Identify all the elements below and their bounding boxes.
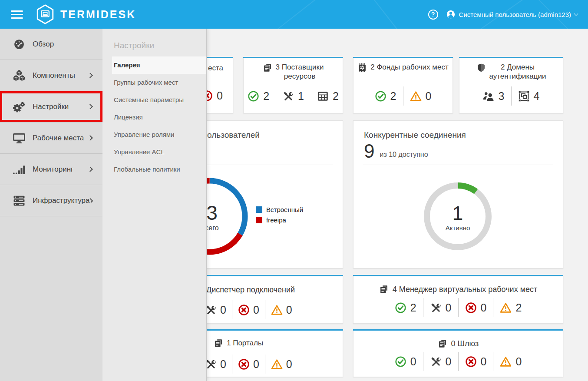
sidebar-item-label: Рабочие места (33, 134, 84, 142)
sidebar-item-label: Компоненты (33, 71, 75, 80)
dashboard-gauge-icon (13, 39, 26, 50)
card-title: 2 Домены аутентификации (489, 63, 546, 81)
check-circle-icon (395, 302, 406, 314)
shield-icon (476, 63, 486, 73)
stat-warnings: 2 (493, 301, 528, 314)
submenu-item-role-management[interactable]: Управление ролями (102, 126, 206, 143)
submenu-item-system-parameters[interactable]: Системные параметры (102, 91, 206, 109)
stat-maintenance: 1 (276, 90, 311, 103)
tools-icon (430, 302, 442, 314)
stat-errors: 0 (459, 301, 493, 314)
stat-templates: 2 (311, 90, 345, 103)
stat-ok: 2 (241, 90, 276, 103)
stat-errors: 0 (232, 358, 265, 371)
sidebar-item-label: Мониторинг (33, 165, 73, 174)
sidebar-item-settings[interactable]: Настройки (0, 91, 102, 123)
flyout-title: Настройки (102, 29, 206, 56)
documents-icon (263, 63, 272, 73)
brand-title: TERMIDESK (60, 8, 136, 21)
hamburger-menu-icon[interactable] (11, 10, 23, 19)
cpu-icon (357, 63, 367, 73)
stat-ok: 2 (368, 90, 403, 103)
warning-icon (500, 302, 512, 314)
chevron-right-icon (87, 104, 93, 109)
submenu-item-license[interactable]: Лицензия (102, 109, 206, 126)
legend-swatch (256, 217, 262, 223)
card-title: 0 Шлюз (451, 339, 479, 348)
settings-flyout-panel: Настройки Галерея Группы рабочих мест Си… (102, 29, 207, 381)
sidebar-item-workplaces[interactable]: Рабочие места (0, 123, 102, 154)
stat-ok: 0 (388, 355, 423, 368)
stat-warnings: 0 (265, 358, 298, 371)
x-circle-icon (465, 356, 477, 368)
help-icon[interactable]: ? (428, 10, 438, 20)
x-circle-icon (465, 302, 477, 314)
user-menu[interactable]: Системный пользователь (admin123) (446, 10, 578, 19)
sidebar-item-label: Инфраструктура (33, 196, 89, 205)
card-auth-domains: 2 Домены аутентификации 3 4 (459, 57, 563, 113)
sidebar-item-infrastructure[interactable]: Инфраструктура (0, 185, 102, 216)
sidebar-item-overview[interactable]: Обзор (0, 29, 102, 60)
gears-icon (13, 101, 26, 113)
signal-bars-icon (13, 164, 26, 175)
x-circle-icon (238, 304, 250, 316)
stat-maintenance: 0 (423, 355, 458, 368)
card-title: 3 Поставщики ресурсов (276, 63, 324, 81)
users-icon (483, 90, 495, 102)
tools-icon (205, 358, 217, 370)
card-workplace-pools: 2 Фонды рабочих мест 2 0 (353, 57, 453, 113)
servers-icon (13, 195, 26, 206)
warning-icon (271, 358, 283, 370)
check-circle-icon (375, 90, 386, 102)
card-title: 4 Менеджер виртуальных рабочих мест (393, 285, 538, 294)
stat-warnings: 0 (265, 304, 298, 316)
sidebar-item-label: Настройки (33, 103, 69, 111)
sidebar-nav: Обзор Компоненты Настройки Рабочие места… (0, 29, 102, 381)
chevron-right-icon (87, 135, 93, 141)
submenu-item-global-policies[interactable]: Глобальные политики (102, 161, 206, 178)
header-pattern-line (356, 0, 426, 29)
sidebar-item-components[interactable]: Компоненты (0, 60, 102, 91)
warning-icon (271, 304, 283, 316)
x-circle-icon (238, 358, 250, 370)
user-avatar-icon (446, 10, 456, 19)
tools-icon (282, 90, 294, 102)
tools-icon (205, 304, 217, 316)
warning-icon (500, 356, 512, 368)
header-pattern-line (242, 0, 332, 29)
card-title: 1 Порталы (227, 339, 263, 348)
submenu-item-gallery[interactable]: Галерея (112, 56, 206, 74)
legend-label: Встроенный (266, 206, 303, 213)
available-connections: 9 из 10 доступно (364, 142, 428, 161)
card-concurrent-connections: Конкурентные соединения 9 из 10 доступно… (353, 120, 563, 268)
legend-label: freeipa (266, 216, 286, 224)
stat-row: 0 0 0 (199, 300, 298, 319)
sidebar-item-monitoring[interactable]: Мониторинг (0, 154, 102, 185)
chevron-right-icon (87, 166, 93, 172)
card-gateway: 0 Шлюз 0 0 0 0 (353, 329, 563, 377)
table-icon (317, 90, 329, 102)
stat-users: 3 (476, 90, 511, 103)
chevron-right-icon (87, 73, 93, 78)
documents-icon (379, 285, 389, 294)
legend-swatch (256, 206, 262, 213)
submenu-item-acl-management[interactable]: Управление ACL (102, 143, 206, 161)
check-circle-icon (248, 90, 259, 102)
stat-value: 0 (217, 89, 223, 102)
stat-warnings: 0 (403, 90, 438, 103)
stat-row: 0 0 0 (199, 354, 298, 374)
sidebar-item-label: Обзор (33, 40, 54, 49)
stat-errors: 0 (232, 304, 265, 316)
chart-legend: Встроенный freeipa (256, 204, 303, 225)
card-title-fragment: еста (208, 64, 223, 73)
documents-icon (214, 338, 223, 348)
card-resource-providers: 3 Поставщики ресурсов 2 1 2 (243, 57, 343, 113)
stat-ok: 2 (388, 301, 423, 314)
card-title: 2 Фонды рабочих мест (370, 63, 449, 72)
cubes-icon (13, 70, 26, 81)
chart-title: Конкурентные соединения (364, 130, 466, 140)
donut-center-label: 1 Активно (423, 204, 492, 232)
submenu-item-workplace-groups[interactable]: Группы рабочих мест (102, 74, 206, 91)
check-circle-icon (395, 356, 406, 368)
stat-warnings: 0 (493, 355, 528, 368)
